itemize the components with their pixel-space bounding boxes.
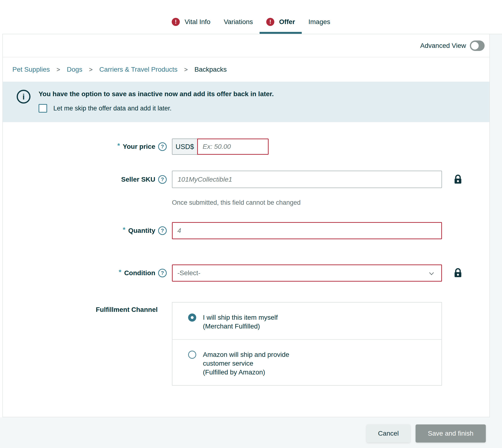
fulfillment-channel-label: Fulfillment Channel [96,306,158,386]
error-badge-icon: ! [266,18,274,26]
seller-sku-label: Seller SKU [121,176,155,183]
advanced-view-label: Advanced View [420,42,466,49]
lock-icon [453,268,463,278]
lock-icon [453,174,463,185]
tab-vital-info[interactable]: ! Vital Info [165,10,217,34]
option-line: (Fulfilled by Amazon) [203,368,289,377]
seller-sku-hint: Once submitted, this field cannot be cha… [172,199,301,206]
required-marker: * [119,268,121,276]
quantity-label: Quantity [128,227,155,235]
chevron-right-icon: > [184,66,188,73]
right-gutter [490,34,502,448]
footer-bar: Cancel Save and finish [0,417,502,448]
breadcrumb-link-carriers-travel[interactable]: Carriers & Travel Products [99,66,178,73]
tab-images[interactable]: Images [302,10,337,34]
condition-label: Condition [124,269,155,277]
form-tabs: ! Vital Info Variations ! Offer Images [0,0,502,34]
advanced-view-row: Advanced View [3,34,489,57]
skip-offer-checkbox-label: Let me skip the offer data and add it la… [53,105,171,112]
option-line: I will ship this item myself [203,313,278,322]
fulfillment-channel-row: Fulfillment Channel I will ship this ite… [3,302,489,386]
breadcrumb-link-pet-supplies[interactable]: Pet Supplies [12,66,50,73]
radio-selected-icon[interactable] [188,314,196,321]
banner-message: You have the option to save as inactive … [39,89,274,98]
required-marker: * [117,142,120,149]
fulfillment-option-fba[interactable]: Amazon will ship and provide customer se… [172,339,441,385]
your-price-input[interactable] [197,139,269,155]
advanced-view-toggle[interactable] [470,40,485,51]
condition-select[interactable]: -Select- [172,264,442,282]
seller-sku-row: Seller SKU ? [3,171,489,188]
help-icon[interactable]: ? [158,269,167,277]
add-product-offer-page: ! Vital Info Variations ! Offer Images A… [0,0,502,448]
quantity-input[interactable] [172,222,442,239]
fulfillment-options: I will ship this item myself (Merchant F… [172,302,442,386]
your-price-row: * Your price ? USD$ [3,139,489,155]
breadcrumb-current: Backpacks [194,66,227,73]
chevron-right-icon: > [89,66,93,73]
breadcrumb: Pet Supplies > Dogs > Carriers & Travel … [3,57,489,82]
condition-row: * Condition ? -Select- [3,264,489,282]
error-badge-icon: ! [172,18,180,26]
fulfillment-option-merchant[interactable]: I will ship this item myself (Merchant F… [172,303,441,339]
tab-label: Vital Info [185,18,210,26]
help-icon[interactable]: ? [158,226,167,235]
save-and-finish-button[interactable]: Save and finish [416,424,486,443]
offer-form-panel: Advanced View Pet Supplies > Dogs > Carr… [2,34,490,417]
info-icon: i [17,90,31,104]
chevron-down-icon [428,270,435,279]
tab-label: Variations [224,18,253,26]
info-banner: i You have the option to save as inactiv… [3,82,489,122]
cancel-button[interactable]: Cancel [367,424,410,443]
condition-selected-value: -Select- [178,269,200,277]
option-line: Amazon will ship and provide [203,350,289,359]
skip-offer-checkbox[interactable] [39,104,47,112]
your-price-label: Your price [123,143,155,150]
help-icon[interactable]: ? [158,175,167,184]
radio-unselected-icon[interactable] [188,351,196,359]
tab-label: Images [308,18,330,26]
tab-offer[interactable]: ! Offer [259,10,302,34]
help-icon[interactable]: ? [158,142,167,151]
currency-prefix: USD$ [172,139,198,155]
option-line: (Merchant Fulfilled) [203,322,278,331]
tab-variations[interactable]: Variations [217,10,259,34]
tab-label: Offer [279,18,295,26]
required-marker: * [123,226,126,234]
option-line: customer service [203,359,289,368]
toggle-knob [471,42,479,49]
breadcrumb-link-dogs[interactable]: Dogs [67,66,82,73]
chevron-right-icon: > [56,66,60,73]
seller-sku-hint-row: Once submitted, this field cannot be cha… [3,199,489,206]
seller-sku-input[interactable] [172,171,442,188]
quantity-row: * Quantity ? [3,222,489,239]
